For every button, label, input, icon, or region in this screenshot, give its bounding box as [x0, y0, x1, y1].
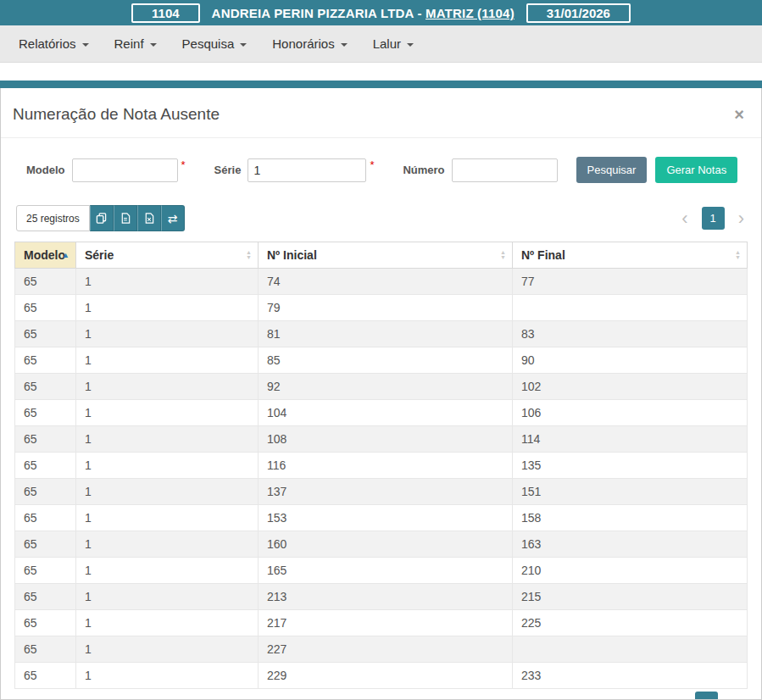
- cell-serie: 1: [76, 636, 259, 663]
- file-excel-icon: [144, 213, 154, 224]
- cell-n-final: 77: [513, 269, 748, 295]
- cell-modelo: 65: [15, 347, 76, 374]
- export-csv-button[interactable]: [114, 205, 137, 231]
- matriz-link[interactable]: MATRIZ (1104): [425, 6, 514, 20]
- file-csv-icon: [120, 213, 131, 224]
- chevron-down-icon: [341, 43, 348, 47]
- header-n-final[interactable]: Nº Final ▲▼: [513, 242, 748, 269]
- cell-serie: 1: [76, 558, 259, 584]
- cell-n-final: 233: [513, 663, 748, 689]
- company-title: ANDREIA PERIN PIZZARIA LTDA - MATRIZ (11…: [212, 6, 514, 20]
- cell-serie: 1: [76, 347, 259, 374]
- cell-modelo: 65: [15, 663, 76, 689]
- cell-n-final: [513, 636, 748, 663]
- page-next-icon[interactable]: ›: [735, 209, 748, 228]
- cell-modelo: 65: [15, 610, 76, 636]
- close-icon[interactable]: ×: [734, 106, 744, 123]
- menu-item[interactable]: Pesquisa: [182, 36, 248, 51]
- menu-item[interactable]: Reinf: [114, 36, 157, 51]
- table-toolbar: 25 registros ⇄ ‹ 1 ›: [1, 188, 761, 242]
- cell-serie: 1: [76, 453, 259, 479]
- page-title: Numeração de Nota Ausente: [13, 105, 220, 124]
- cell-n-inicial: 227: [259, 636, 513, 663]
- spacer: [0, 63, 762, 81]
- date-box[interactable]: 31/01/2026: [526, 3, 631, 23]
- search-form: Modelo * Série * Número Pesquisar Gerar …: [1, 138, 761, 188]
- table-row[interactable]: 65 1 229 233: [15, 663, 748, 689]
- table-row[interactable]: 65 1 104 106: [15, 400, 748, 426]
- export-excel-button[interactable]: [137, 205, 161, 231]
- cell-serie: 1: [76, 505, 259, 531]
- table-row[interactable]: 65 1 153 158: [15, 505, 748, 531]
- table-row[interactable]: 65 1 108 114: [15, 426, 748, 453]
- cell-n-final: 158: [513, 505, 748, 531]
- pesquisar-button[interactable]: Pesquisar: [576, 157, 648, 183]
- serie-field-group: Série *: [214, 158, 375, 182]
- table-body: 65 1 74 77 65 1 79 65 1: [15, 269, 748, 689]
- cell-n-inicial: 153: [259, 505, 513, 531]
- numero-input[interactable]: [452, 158, 558, 182]
- required-mark: *: [370, 158, 374, 171]
- cell-n-inicial: 104: [259, 400, 513, 426]
- cell-modelo: 65: [15, 321, 76, 347]
- cell-n-inicial: 229: [259, 663, 513, 689]
- sort-asc-icon: ▲: [62, 251, 70, 259]
- table-row[interactable]: 65 1 85 90: [15, 347, 748, 374]
- menu-item[interactable]: Honorários: [272, 36, 347, 51]
- cell-modelo: 65: [15, 531, 76, 558]
- table-row[interactable]: 65 1 160 163: [15, 531, 748, 558]
- table-row[interactable]: 65 1 92 102: [15, 374, 748, 400]
- cell-n-final: 210: [513, 558, 748, 584]
- table-row[interactable]: 65 1 137 151: [15, 479, 748, 505]
- cell-n-inicial: 116: [259, 453, 513, 479]
- copy-button[interactable]: [90, 205, 114, 231]
- table-row[interactable]: 65 1 213 215: [15, 584, 748, 610]
- cell-n-final: [513, 295, 748, 321]
- records-per-page-button[interactable]: 25 registros: [16, 205, 90, 231]
- menu-item-label: Relatórios: [19, 36, 76, 51]
- top-bar: 1104 ANDREIA PERIN PIZZARIA LTDA - MATRI…: [0, 0, 762, 25]
- header-n-inicial[interactable]: Nº Inicial ▲▼: [259, 242, 513, 269]
- table-row[interactable]: 65 1 116 135: [15, 453, 748, 479]
- company-code-box[interactable]: 1104: [131, 3, 200, 23]
- cell-serie: 1: [76, 479, 259, 505]
- company-name: ANDREIA PERIN PIZZARIA LTDA -: [212, 6, 422, 20]
- header-modelo[interactable]: Modelo ▲: [15, 242, 76, 269]
- cell-serie: 1: [76, 295, 259, 321]
- page-number-button[interactable]: 1: [702, 207, 725, 230]
- cell-serie: 1: [76, 400, 259, 426]
- cell-n-inicial: 79: [259, 295, 513, 321]
- cell-modelo: 65: [15, 374, 76, 400]
- menu-item[interactable]: Lalur: [373, 36, 414, 51]
- menu-item-label: Pesquisa: [182, 36, 235, 51]
- sort-both-icon: ▲▼: [735, 250, 741, 260]
- table-row[interactable]: 65 1 227: [15, 636, 748, 663]
- header-serie[interactable]: Série ▲▼: [76, 242, 259, 269]
- table-row[interactable]: 65 1 74 77: [15, 269, 748, 295]
- modelo-input[interactable]: [72, 158, 178, 182]
- swap-columns-button[interactable]: ⇄: [161, 205, 185, 231]
- cell-n-final: 135: [513, 453, 748, 479]
- chevron-down-icon: [407, 43, 414, 47]
- table-row[interactable]: 65 1 81 83: [15, 321, 748, 347]
- scroll-top-button[interactable]: [695, 692, 718, 699]
- cell-n-inicial: 165: [259, 558, 513, 584]
- cell-n-inicial: 160: [259, 531, 513, 558]
- cell-n-final: 90: [513, 347, 748, 374]
- menu-item[interactable]: Relatórios: [19, 36, 89, 51]
- cell-modelo: 65: [15, 636, 76, 663]
- cell-n-final: 151: [513, 479, 748, 505]
- cell-n-final: 225: [513, 610, 748, 636]
- table-row[interactable]: 65 1 165 210: [15, 558, 748, 584]
- modelo-label: Modelo: [26, 164, 65, 176]
- table-row[interactable]: 65 1 217 225: [15, 610, 748, 636]
- serie-input[interactable]: [248, 158, 366, 182]
- menu-item-label: Lalur: [373, 36, 401, 51]
- table-row[interactable]: 65 1 79: [15, 295, 748, 321]
- copy-icon: [96, 213, 107, 224]
- gerar-notas-button[interactable]: Gerar Notas: [655, 157, 737, 183]
- cell-n-inicial: 217: [259, 610, 513, 636]
- required-mark: *: [181, 158, 186, 171]
- cell-modelo: 65: [15, 584, 76, 610]
- page-prev-icon[interactable]: ‹: [678, 209, 691, 228]
